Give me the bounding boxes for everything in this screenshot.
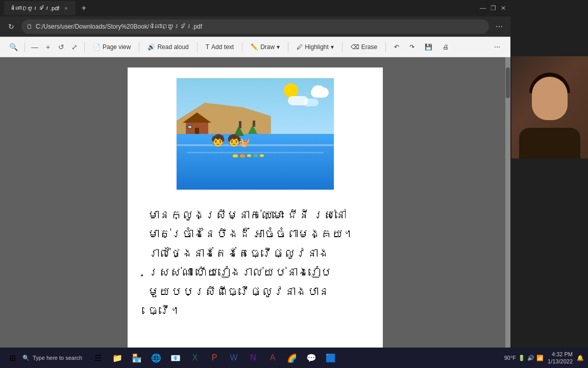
search-toggle-btn[interactable]: 🔍 (6, 40, 20, 54)
draw-btn[interactable]: ✏️ Draw ▾ (247, 40, 284, 54)
word-btn[interactable]: W (226, 350, 242, 366)
scrollbar[interactable] (505, 57, 510, 368)
new-tab-button[interactable]: + (78, 2, 90, 14)
page-view-icon: 📄 (93, 43, 101, 51)
extra-btn[interactable]: ⋯ (490, 40, 504, 54)
page-view-btn[interactable]: 📄 Page view (89, 40, 135, 54)
search-icon: 🔍 (22, 355, 30, 361)
more-btn[interactable]: ↶ (390, 40, 403, 54)
powerpoint-btn[interactable]: P (206, 350, 223, 366)
sep8 (385, 42, 386, 52)
notification-icon[interactable]: 🔔 (577, 355, 584, 361)
title-bar: ជំនោះព្យួរទ័រ.pdf × + — ❐ ✕ (0, 0, 510, 16)
highlight-icon: 🖊 (297, 43, 303, 51)
print-btn[interactable]: 🖨 (438, 40, 453, 54)
sep4 (197, 42, 198, 52)
pdf-viewer-area: 🧒 🧒 🧺 មានក្លូងស្រីម្នាក់ឈ្មោះ ជីនី រស់នៅ… (0, 57, 510, 368)
battery-icon: 🔋 (518, 355, 525, 361)
pdf-text-content: មានក្លូងស្រីម្នាក់ឈ្មោះ ជីនី រស់នៅមាត់ច្… (148, 205, 362, 320)
taskbar-search[interactable]: 🔍 Type here to search (22, 355, 84, 361)
read-aloud-icon: 🔊 (148, 43, 155, 51)
draw-icon: ✏️ (251, 43, 258, 51)
clock-time: 4:32 PM (548, 351, 573, 358)
pdf-page: 🧒 🧒 🧺 មានក្លូងស្រីម្នាក់ឈ្មោះ ជីនី រស់នៅ… (128, 67, 383, 364)
fish-group (233, 154, 264, 157)
window-controls: — ❐ ✕ (480, 5, 506, 11)
minimize-button[interactable]: — (480, 5, 486, 11)
chrome-btn[interactable]: 🌈 (284, 350, 300, 366)
draw-chevron: ▾ (277, 43, 280, 51)
cloud4 (288, 96, 308, 105)
excel-btn[interactable]: X (187, 350, 203, 366)
refresh-button[interactable]: ↻ (4, 19, 18, 34)
sep7 (342, 42, 342, 52)
close-button[interactable]: ✕ (500, 5, 506, 11)
scene: 🧒 🧒 🧺 (177, 78, 334, 190)
nav-bar: ↻ 🗋 C:/Users/user/Downloads/Story%20Book… (0, 16, 510, 37)
browser-window: ជំនោះព្យួរទ័រ.pdf × + — ❐ ✕ ↻ 🗋 C:/Users… (0, 0, 510, 368)
highlight-chevron: ▾ (331, 43, 334, 51)
sys-tray: 90°F 🔋 🔊 📶 (504, 355, 544, 361)
store-btn[interactable]: 🏪 (129, 350, 145, 366)
read-aloud-btn[interactable]: 🔊 Read aloud (143, 40, 192, 54)
taskbar-right: 90°F 🔋 🔊 📶 4:32 PM 1/13/2022 🔔 (504, 351, 584, 365)
active-tab[interactable]: ជំនោះព្យួរទ័រ.pdf × (4, 1, 76, 15)
erase-btn[interactable]: ⌫ Erase (347, 40, 381, 54)
webcam-feed (511, 56, 588, 158)
house-roof-shape (183, 112, 211, 123)
sun (284, 83, 298, 98)
sep2 (84, 42, 85, 52)
maximize-button[interactable]: ❐ (490, 5, 496, 11)
onenote-btn[interactable]: N (245, 350, 261, 366)
rotate-btn[interactable]: ↺ (56, 41, 67, 53)
tab-title: ជំនោះព្យួរទ័រ.pdf (10, 5, 59, 11)
webcam-overlay (511, 56, 588, 158)
cloud2 (312, 85, 325, 97)
weather-temp: 90°F (504, 355, 516, 361)
house-group (183, 108, 211, 134)
edge-btn[interactable]: 🌐 (148, 350, 164, 366)
next-btn[interactable]: ↷ (405, 40, 419, 54)
refresh-icon: ↻ (8, 22, 14, 31)
mail-btn[interactable]: 📧 (167, 350, 184, 366)
house-door (195, 128, 199, 134)
pdf-toolbar: 🔍 — + ↺ ⤢ 📄 Page view 🔊 Read aloud T Add… (0, 37, 510, 57)
add-text-btn[interactable]: T Add text (202, 40, 238, 54)
scrollbar-thumb[interactable] (506, 67, 510, 98)
system-clock[interactable]: 4:32 PM 1/13/2022 (548, 351, 573, 365)
tab-close-btn[interactable]: × (62, 5, 69, 12)
taskbar-pinned-apps: ☰ 📁 🏪 🌐 📧 X P W N A 🌈 💬 🟦 (90, 350, 339, 366)
task-view-btn[interactable]: ☰ (90, 350, 106, 366)
tree2 (251, 121, 257, 134)
url-text: C:/Users/user/Downloads/Story%20Book/ជំន… (36, 23, 484, 30)
sep3 (139, 42, 139, 52)
fit-btn[interactable]: ⤢ (69, 41, 80, 53)
start-button[interactable]: ⊞ (4, 350, 20, 366)
app12-btn[interactable]: 💬 (303, 350, 320, 366)
save-btn[interactable]: 💾 (421, 40, 436, 54)
wave2 (187, 152, 324, 153)
next-icon: ↷ (409, 43, 414, 51)
address-bar[interactable]: 🗋 C:/Users/user/Downloads/Story%20Book/ជ… (21, 19, 489, 34)
volume-icon: 🔊 (527, 355, 534, 361)
taskbar: ⊞ 🔍 Type here to search ☰ 📁 🏪 🌐 📧 X P W … (0, 348, 588, 368)
zoom-out-btn[interactable]: — (29, 41, 40, 53)
search-label: Type here to search (33, 355, 82, 361)
shoulder (519, 128, 580, 158)
clock-date: 1/13/2022 (548, 358, 573, 365)
zoom-in-btn[interactable]: + (42, 41, 54, 53)
access-btn[interactable]: A (264, 350, 281, 366)
app13-btn[interactable]: 🟦 (323, 350, 339, 366)
file-explorer-btn[interactable]: 📁 (109, 350, 126, 366)
tab-bar: ជំនោះព្យួរទ័រ.pdf × + (4, 1, 478, 15)
sep5 (242, 42, 242, 52)
network-icon: 📶 (536, 355, 544, 361)
highlight-btn[interactable]: 🖊 Highlight ▾ (292, 40, 338, 54)
file-icon: 🗋 (27, 23, 33, 30)
character1: 🧒 (211, 134, 225, 147)
pdf-illustration: 🧒 🧒 🧺 (176, 78, 334, 190)
wave1 (177, 144, 334, 146)
settings-icon-btn[interactable]: ⋯ (492, 19, 506, 34)
erase-icon: ⌫ (351, 43, 359, 51)
fishing-items: 🧺 (239, 137, 250, 147)
